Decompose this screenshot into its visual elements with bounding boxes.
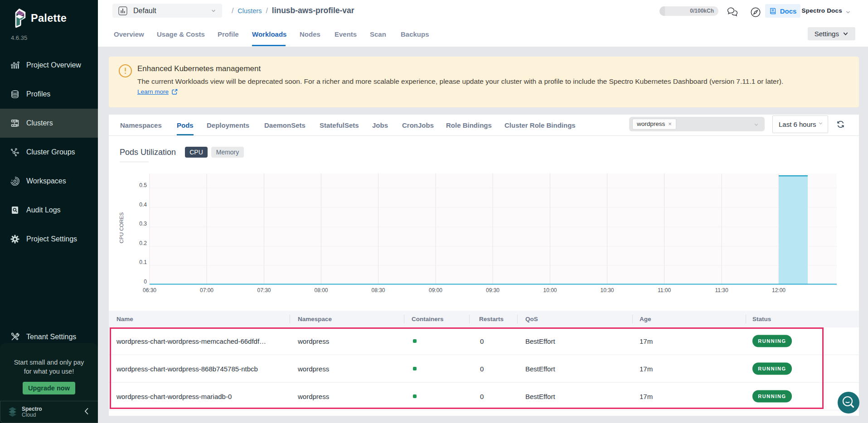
svg-text:10:00: 10:00: [543, 287, 557, 293]
svg-text:08:00: 08:00: [314, 287, 328, 293]
svg-text:12:00: 12:00: [772, 287, 786, 293]
svg-text:07:00: 07:00: [200, 287, 213, 293]
svg-text:06:30: 06:30: [143, 287, 156, 293]
svg-text:08:30: 08:30: [371, 287, 385, 293]
svg-text:11:30: 11:30: [715, 287, 728, 293]
svg-text:07:30: 07:30: [257, 287, 271, 293]
svg-text:0.2: 0.2: [139, 240, 147, 246]
svg-text:09:00: 09:00: [429, 287, 442, 293]
svg-text:0.5: 0.5: [139, 182, 147, 188]
svg-text:0.3: 0.3: [139, 221, 147, 227]
svg-text:0: 0: [144, 279, 147, 285]
svg-text:CPU CORES: CPU CORES: [119, 212, 124, 243]
svg-text:0.4: 0.4: [139, 202, 147, 208]
svg-text:09:30: 09:30: [486, 287, 499, 293]
svg-text:0.1: 0.1: [139, 259, 147, 265]
svg-text:11:00: 11:00: [658, 287, 671, 293]
svg-text:10:30: 10:30: [600, 287, 614, 293]
